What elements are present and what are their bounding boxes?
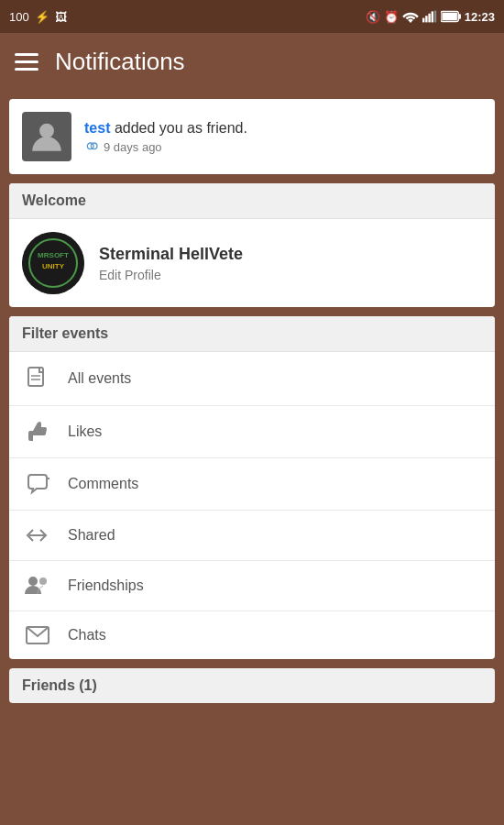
battery-percent-icon: 100 xyxy=(9,10,29,24)
notification-card: test added you as friend. 9 days ago xyxy=(9,99,495,174)
status-left-icons: 100 ⚡ 🖼 xyxy=(9,10,67,24)
svg-text:MRSOFT: MRSOFT xyxy=(38,251,69,259)
profile-info: Sterminal HellVete Edit Profile xyxy=(99,245,243,282)
notification-message: test added you as friend. xyxy=(84,120,247,137)
filter-label-likes: Likes xyxy=(68,424,102,440)
filter-item-friendships[interactable]: Friendships xyxy=(9,561,495,611)
notification-username: test xyxy=(84,120,110,136)
profile-name: Sterminal HellVete xyxy=(99,245,243,264)
welcome-card: Welcome MRSOFT UNITY Sterminal HellVete … xyxy=(9,183,495,307)
filter-label-shared: Shared xyxy=(68,527,115,544)
filter-events-header: Filter events xyxy=(9,316,495,352)
filter-label-friendships: Friendships xyxy=(68,578,144,594)
filter-list: All events Likes Comm xyxy=(9,352,495,659)
notification-time: 9 days ago xyxy=(84,140,247,154)
status-right-info: 🔇 ⏰ 12:23 xyxy=(366,10,495,24)
main-content: test added you as friend. 9 days ago Wel… xyxy=(0,90,504,825)
mute-icon: 🔇 xyxy=(366,10,380,24)
svg-text:UNITY: UNITY xyxy=(42,262,65,270)
hamburger-menu-button[interactable] xyxy=(15,53,38,71)
comment-icon xyxy=(24,473,51,495)
document-icon xyxy=(24,367,51,390)
battery-icon xyxy=(441,10,461,23)
share-icon xyxy=(24,525,51,545)
mail-icon xyxy=(24,626,51,644)
image-icon: 🖼 xyxy=(55,10,67,24)
svg-point-19 xyxy=(39,578,47,585)
svg-point-18 xyxy=(28,577,38,586)
filter-events-card: Filter events All events xyxy=(9,316,495,659)
edit-profile-link[interactable]: Edit Profile xyxy=(99,268,243,282)
friends-header: Friends (1) xyxy=(9,668,495,703)
svg-rect-1 xyxy=(425,16,427,22)
alarm-icon: ⏰ xyxy=(384,10,399,24)
app-header: Notifications xyxy=(0,33,504,90)
notification-text: test added you as friend. 9 days ago xyxy=(84,120,247,154)
friends-label: Friends xyxy=(22,677,75,693)
svg-rect-7 xyxy=(458,14,461,19)
svg-rect-15 xyxy=(28,368,43,386)
page-title: Notifications xyxy=(55,48,185,76)
svg-point-10 xyxy=(91,143,97,149)
filter-label-comments: Comments xyxy=(68,476,138,492)
svg-rect-2 xyxy=(428,14,430,23)
welcome-header: Welcome xyxy=(9,183,495,219)
svg-point-8 xyxy=(39,124,54,138)
filter-item-comments[interactable]: Comments xyxy=(9,458,495,511)
wifi-icon xyxy=(402,10,419,23)
time-ago: 9 days ago xyxy=(104,140,162,154)
filter-item-chats[interactable]: Chats xyxy=(9,611,495,659)
friends-icon xyxy=(24,576,51,596)
svg-rect-3 xyxy=(431,11,433,22)
svg-rect-4 xyxy=(434,11,436,23)
filter-item-all-events[interactable]: All events xyxy=(9,352,495,406)
notification-avatar xyxy=(22,112,71,161)
notification-action: added you as friend. xyxy=(110,120,247,136)
friends-count: (1) xyxy=(79,677,97,693)
filter-label-all-events: All events xyxy=(68,370,131,387)
filter-item-likes[interactable]: Likes xyxy=(9,406,495,458)
friends-section-card: Friends (1) xyxy=(9,668,495,703)
svg-rect-6 xyxy=(442,13,457,20)
svg-rect-0 xyxy=(422,18,424,23)
thumbs-up-icon xyxy=(24,421,51,443)
time-display: 12:23 xyxy=(465,10,495,24)
usb-icon: ⚡ xyxy=(35,10,49,24)
filter-label-chats: Chats xyxy=(68,627,106,644)
status-bar: 100 ⚡ 🖼 🔇 ⏰ 12:23 xyxy=(0,0,504,33)
profile-avatar[interactable]: MRSOFT UNITY xyxy=(22,232,84,294)
signal-icon xyxy=(422,10,437,23)
filter-item-shared[interactable]: Shared xyxy=(9,511,495,561)
